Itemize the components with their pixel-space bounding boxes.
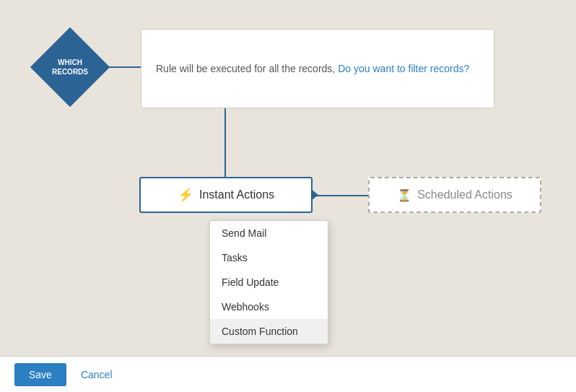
dropdown-item-webhooks[interactable]: Webhooks bbox=[210, 295, 328, 319]
diamond-label: WHICH RECORDS bbox=[52, 58, 88, 77]
connector-h-to-scheduled bbox=[313, 195, 370, 196]
dropdown-item-tasks[interactable]: Tasks bbox=[210, 245, 328, 270]
scheduled-actions-label: Scheduled Actions bbox=[417, 188, 512, 201]
workflow-canvas: WHICH RECORDS Rule will be executed for … bbox=[0, 0, 576, 356]
filter-records-link[interactable]: Do you want to filter records? bbox=[338, 63, 469, 74]
instant-actions-box[interactable]: ⚡ Instant Actions bbox=[139, 177, 313, 213]
dropdown-item-field-update[interactable]: Field Update bbox=[210, 270, 328, 295]
dropdown-item-custom-function[interactable]: Custom Function bbox=[210, 319, 328, 344]
instant-actions-label: Instant Actions bbox=[199, 188, 274, 201]
connector-vertical-main bbox=[224, 108, 226, 177]
save-button[interactable]: Save bbox=[14, 363, 66, 386]
footer-bar: Save Cancel bbox=[0, 356, 576, 392]
lightning-icon: ⚡ bbox=[178, 187, 193, 203]
cancel-button[interactable]: Cancel bbox=[78, 363, 115, 386]
dropdown-item-send-mail[interactable]: Send Mail bbox=[210, 221, 328, 245]
which-records-node: WHICH RECORDS bbox=[38, 35, 102, 100]
actions-dropdown-menu: Send Mail Tasks Field Update Webhooks Cu… bbox=[209, 220, 328, 344]
scheduled-actions-box[interactable]: ⏳ Scheduled Actions bbox=[368, 177, 541, 213]
hourglass-icon: ⏳ bbox=[397, 188, 411, 202]
connector-diamond-to-box bbox=[94, 66, 141, 68]
records-info-box: Rule will be executed for all the record… bbox=[141, 29, 494, 108]
records-info-text: Rule will be executed for all the record… bbox=[156, 63, 335, 74]
